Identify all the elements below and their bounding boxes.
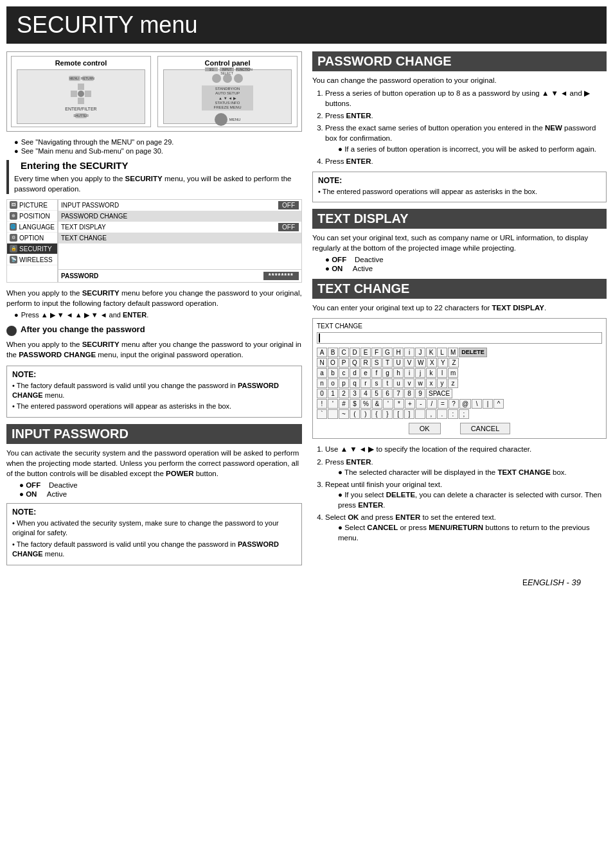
key-tilde[interactable]: ~ <box>339 409 349 419</box>
key-6[interactable]: 6 <box>382 389 393 398</box>
key-D[interactable]: D <box>350 348 360 357</box>
key-Y[interactable]: Y <box>438 358 448 368</box>
key-excl[interactable]: ! <box>317 399 327 409</box>
key-n[interactable]: n <box>317 378 327 388</box>
key-V[interactable]: V <box>404 358 414 368</box>
key-dollar[interactable]: $ <box>350 399 360 409</box>
key-L[interactable]: L <box>437 348 447 357</box>
key-o[interactable]: o <box>328 378 338 388</box>
key-r[interactable]: r <box>360 378 371 388</box>
key-colon[interactable]: : <box>448 409 458 419</box>
key-X[interactable]: X <box>427 358 437 368</box>
key-2[interactable]: 2 <box>339 389 349 398</box>
key-space[interactable]: SPACE <box>426 389 452 398</box>
key-lbracket[interactable]: [ <box>393 409 404 419</box>
key-4[interactable]: 4 <box>360 389 371 398</box>
key-F[interactable]: F <box>371 348 382 357</box>
key-1[interactable]: 1 <box>328 389 338 398</box>
key-plus[interactable]: + <box>405 399 415 409</box>
key-comma[interactable]: , <box>426 409 436 419</box>
key-d[interactable]: d <box>350 368 360 378</box>
key-7[interactable]: 7 <box>393 389 404 398</box>
key-s[interactable]: s <box>371 378 382 388</box>
key-G[interactable]: G <box>382 348 393 357</box>
key-rparen[interactable]: ) <box>360 409 371 419</box>
key-slash[interactable]: / <box>427 399 437 409</box>
key-delete[interactable]: DELETE <box>459 348 487 357</box>
key-squote[interactable]: ' <box>383 399 393 409</box>
key-lparen[interactable]: ( <box>350 409 360 419</box>
key-3[interactable]: 3 <box>350 389 360 398</box>
key-hash[interactable]: # <box>339 399 349 409</box>
key-h[interactable]: h <box>393 368 404 378</box>
key-M[interactable]: M <box>448 348 458 357</box>
key-8[interactable]: 8 <box>404 389 414 398</box>
key-a[interactable]: a <box>317 368 327 378</box>
key-E[interactable]: E <box>360 348 371 357</box>
key-m[interactable]: m <box>448 368 458 378</box>
key-x[interactable]: x <box>426 378 436 388</box>
key-at[interactable]: @ <box>459 399 471 409</box>
key-y[interactable]: y <box>437 378 447 388</box>
key-bslash[interactable]: \ <box>472 399 482 409</box>
key-g[interactable]: g <box>382 368 393 378</box>
key-t[interactable]: t <box>382 378 393 388</box>
key-pct[interactable]: % <box>360 399 371 409</box>
key-sp2[interactable] <box>415 409 425 419</box>
key-k[interactable]: k <box>426 368 436 378</box>
key-j[interactable]: j <box>415 368 425 378</box>
key-H[interactable]: H <box>393 348 404 357</box>
key-i[interactable]: i <box>404 368 414 378</box>
key-rbracket[interactable]: ] <box>404 409 414 419</box>
ok-button[interactable]: OK <box>409 423 441 434</box>
key-q[interactable]: q <box>350 378 360 388</box>
key-u[interactable]: u <box>393 378 404 388</box>
ip-off-item: OFF Deactive <box>19 481 302 489</box>
key-quest[interactable]: ? <box>449 399 459 409</box>
key-amp[interactable]: & <box>372 399 382 409</box>
key-K[interactable]: K <box>426 348 436 357</box>
key-i-upper[interactable]: i <box>404 348 414 357</box>
key-f[interactable]: f <box>371 368 382 378</box>
key-0[interactable]: 0 <box>317 389 327 398</box>
key-minus[interactable]: - <box>416 399 426 409</box>
key-P[interactable]: P <box>339 358 349 368</box>
key-pipe[interactable]: | <box>483 399 493 409</box>
key-c[interactable]: c <box>339 368 349 378</box>
key-b[interactable]: b <box>328 368 338 378</box>
key-R[interactable]: R <box>360 358 371 368</box>
password-change-title: PASSWORD CHANGE <box>312 51 607 71</box>
cancel-button[interactable]: CANCEL <box>460 423 511 434</box>
key-B[interactable]: B <box>328 348 338 357</box>
key-w[interactable]: w <box>415 378 425 388</box>
text-input-field[interactable] <box>317 332 602 344</box>
key-T[interactable]: T <box>382 358 393 368</box>
key-Z[interactable]: Z <box>449 358 459 368</box>
key-5[interactable]: 5 <box>371 389 382 398</box>
key-9[interactable]: 9 <box>415 389 425 398</box>
key-W[interactable]: W <box>415 358 426 368</box>
key-A[interactable]: A <box>317 348 327 357</box>
key-sp1[interactable] <box>328 409 338 419</box>
key-apos[interactable]: ' <box>328 399 338 409</box>
key-e[interactable]: e <box>360 368 371 378</box>
key-l[interactable]: l <box>437 368 447 378</box>
key-eq[interactable]: = <box>438 399 448 409</box>
key-C[interactable]: C <box>339 348 349 357</box>
key-S[interactable]: S <box>371 358 382 368</box>
key-U[interactable]: U <box>393 358 404 368</box>
key-rbrace[interactable]: } <box>382 409 393 419</box>
key-J[interactable]: J <box>415 348 425 357</box>
key-v[interactable]: v <box>404 378 414 388</box>
key-dot[interactable]: . <box>437 409 447 419</box>
key-semi[interactable]: ; <box>459 409 469 419</box>
key-caret[interactable]: ^ <box>493 399 504 409</box>
key-O[interactable]: O <box>328 358 338 368</box>
key-Q[interactable]: Q <box>350 358 360 368</box>
key-lbrace[interactable]: { <box>371 409 382 419</box>
key-star[interactable]: * <box>394 399 404 409</box>
key-N[interactable]: N <box>317 358 327 368</box>
key-p[interactable]: p <box>339 378 349 388</box>
key-backtick[interactable]: ` <box>317 409 327 419</box>
key-z[interactable]: z <box>448 378 458 388</box>
